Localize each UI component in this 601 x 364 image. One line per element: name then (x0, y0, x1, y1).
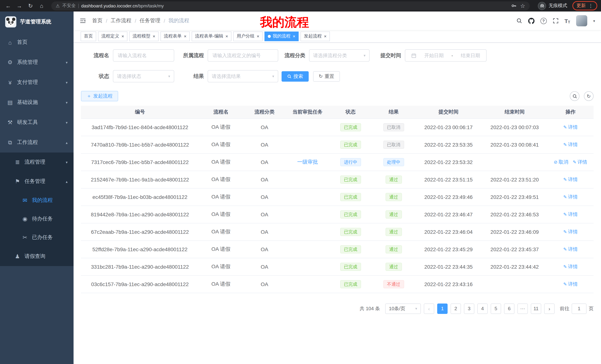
list-icon: ≣ (14, 159, 21, 165)
update-button[interactable]: 更新 ⋮ (572, 1, 597, 10)
url-text[interactable]: dashboard.yudao.iocoder.cn/bpm/task/my (81, 3, 509, 8)
close-icon[interactable]: × (257, 34, 259, 38)
fullscreen-icon[interactable] (552, 18, 559, 24)
bookmark-star-icon[interactable]: ☆ (520, 2, 525, 9)
close-icon[interactable]: × (293, 34, 295, 38)
sidebar-item-home[interactable]: ⌂首页 (0, 32, 74, 52)
detail-link[interactable]: ✎详情 (563, 263, 578, 270)
sidebar-item-my-process[interactable]: ✉我的流程 (0, 191, 74, 210)
font-size-icon[interactable]: TT (564, 18, 570, 24)
detail-icon: ✎ (573, 159, 576, 164)
close-icon[interactable]: × (121, 34, 124, 38)
hamburger-icon[interactable] (80, 18, 86, 24)
start-process-button[interactable]: ＋ 发起流程 (81, 91, 118, 101)
sidebar-item-workflow[interactable]: ⧉工作流程▴ (0, 133, 74, 153)
sidebar-item-todo-task[interactable]: ◉待办任务 (0, 210, 74, 228)
goto-label: 前往 (560, 305, 570, 312)
status-badge: 通过 (386, 245, 402, 253)
result-select[interactable]: 请选择流结果 ▾ (208, 70, 278, 82)
page-button-6[interactable]: 6 (504, 303, 514, 314)
breadcrumb-home[interactable]: 首页 (92, 18, 102, 24)
detail-link[interactable]: ✎详情 (563, 228, 578, 235)
sidebar-item-payment-manage[interactable]: ¥支付管理▾ (0, 72, 74, 92)
user-avatar[interactable] (576, 15, 587, 26)
tab-user-group[interactable]: 用户分组× (233, 31, 263, 41)
sidebar-item-infrastructure[interactable]: ▤基础设施▾ (0, 92, 74, 112)
page-button-3[interactable]: 3 (464, 303, 474, 314)
tab-process-form-edit[interactable]: 流程表单-编辑× (192, 31, 231, 41)
password-key-icon[interactable] (511, 3, 517, 9)
cell-current-task (286, 136, 329, 153)
yen-icon: ¥ (7, 79, 13, 86)
submit-time-range-picker[interactable]: 开始日期 - 结束日期 (405, 49, 487, 62)
sidebar-item-process-manage[interactable]: ≣流程管理▾ (0, 153, 74, 172)
forward-icon[interactable]: → (15, 1, 24, 10)
next-page-button[interactable]: › (544, 303, 555, 314)
github-icon[interactable] (528, 18, 534, 24)
current-task-link[interactable]: 一级审批 (297, 159, 318, 164)
reset-button[interactable]: ↻ 重置 (313, 71, 340, 81)
more-pages-button[interactable]: ··· (517, 303, 528, 314)
toggle-search-button[interactable] (570, 91, 580, 101)
prev-page-button[interactable]: ‹ (424, 303, 434, 314)
process-definition-input[interactable] (208, 49, 278, 62)
detail-link[interactable]: ✎详情 (563, 246, 578, 252)
detail-link[interactable]: ✎详情 (563, 281, 578, 287)
status-badge: 进行中 (340, 158, 361, 166)
tab-process-definition[interactable]: 流程定义× (98, 31, 127, 41)
close-icon[interactable]: × (324, 34, 327, 38)
tab-home[interactable]: 首页 (80, 31, 96, 41)
sidebar-item-task-manage[interactable]: ⚑任务管理▴ (0, 172, 74, 191)
cell-id: 7470a810-7b9b-11ec-b5b7-acde48001122 (81, 136, 199, 153)
tab-my-process[interactable]: 我的流程× (264, 31, 299, 41)
detail-link[interactable]: ✎详情 (563, 193, 578, 200)
page-size-select[interactable]: 10条/页 ▾ (385, 303, 421, 314)
chevron-down-icon[interactable]: ▾ (593, 19, 595, 23)
detail-link[interactable]: ✎详情 (573, 159, 587, 165)
chevron-down-icon: ▾ (364, 53, 366, 57)
back-icon[interactable]: ← (4, 1, 13, 10)
tab-process-form[interactable]: 流程表单× (160, 31, 190, 41)
cancel-link[interactable]: ⊘取消 (554, 159, 568, 165)
logo[interactable]: 芋道管理系统 (0, 11, 74, 32)
sidebar-item-done-task[interactable]: ✂已办任务 (0, 228, 74, 247)
browser-menu-icon[interactable]: ⋮ (588, 3, 593, 9)
submit-time-label: 提交时间 (378, 52, 401, 59)
detail-link[interactable]: ✎详情 (563, 124, 578, 130)
sidebar-item-devtools[interactable]: ⚒研发工具▾ (0, 112, 74, 133)
category-select[interactable]: 请选择流程分类 ▾ (309, 49, 370, 62)
page-button-5[interactable]: 5 (491, 303, 501, 314)
process-name-input[interactable] (113, 49, 174, 62)
page-button-2[interactable]: 2 (451, 303, 461, 314)
refresh-table-button[interactable]: ↻ (584, 91, 594, 101)
page-button-4[interactable]: 4 (477, 303, 488, 314)
sidebar-menu: ⌂首页⚙系统管理▾¥支付管理▾▤基础设施▾⚒研发工具▾⧉工作流程▴≣流程管理▾⚑… (0, 32, 74, 266)
close-icon[interactable]: × (153, 34, 155, 38)
address-bar[interactable]: ⚠ 不安全 dashboard.yudao.iocoder.cn/bpm/tas… (51, 1, 530, 10)
cell-submit-time: 2022-01-22 23:44:35 (415, 258, 482, 275)
detail-link[interactable]: ✎详情 (563, 176, 578, 183)
page-button-1[interactable]: 1 (437, 303, 448, 314)
breadcrumb-workflow[interactable]: 工作流程 (111, 18, 131, 24)
cell-category: OA (243, 275, 286, 293)
sidebar-item-system-manage[interactable]: ⚙系统管理▾ (0, 52, 74, 72)
page-button-11[interactable]: 11 (531, 303, 541, 314)
detail-link[interactable]: ✎详情 (563, 211, 578, 218)
browser-home-icon[interactable]: ⌂ (37, 1, 46, 10)
detail-link[interactable]: ✎详情 (563, 141, 578, 148)
tab-process-model[interactable]: 流程模型× (129, 31, 159, 41)
sidebar-item-leave-query[interactable]: ♟请假查询 (0, 247, 74, 266)
goto-page-input[interactable] (572, 303, 587, 314)
breadcrumb-task-manage[interactable]: 任务管理 (140, 18, 160, 24)
status-badge: 通过 (386, 262, 402, 271)
search-button[interactable]: 搜索 (281, 71, 309, 81)
reload-icon[interactable]: ↻ (26, 1, 35, 10)
close-icon[interactable]: × (184, 34, 186, 38)
status-select[interactable]: 请选择状态 ▾ (113, 70, 174, 82)
security-warning-label[interactable]: 不安全 (62, 3, 76, 9)
cell-process-name: OA 请假 (199, 118, 243, 136)
help-icon[interactable]: ? (540, 18, 547, 24)
tab-start-process[interactable]: 发起流程× (300, 31, 330, 41)
close-icon[interactable]: × (225, 34, 228, 38)
search-icon[interactable] (516, 18, 522, 24)
